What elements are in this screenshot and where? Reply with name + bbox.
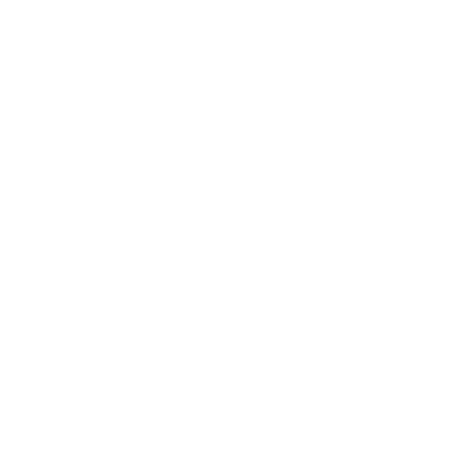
chart-svg [0,0,476,476]
chart-figure [0,0,476,476]
